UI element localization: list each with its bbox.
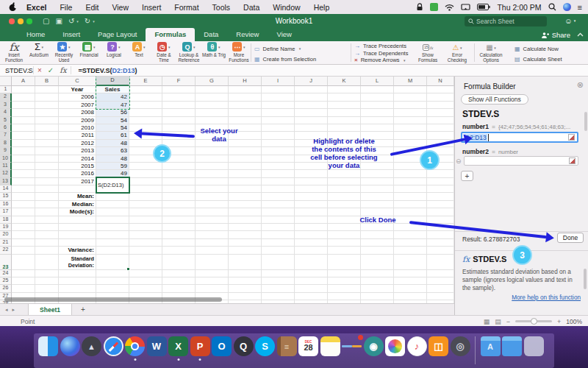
cell-L6[interactable] (361, 124, 394, 132)
cell-K22[interactable] (328, 247, 361, 254)
cell-A2[interactable] (12, 93, 35, 101)
cell-H9[interactable] (229, 147, 262, 155)
cell-J2[interactable] (295, 93, 328, 101)
cell-D11[interactable]: 59 (96, 163, 129, 170)
panel-scrollbar[interactable] (584, 112, 587, 131)
cell-J15[interactable] (295, 193, 328, 200)
cell-F19[interactable] (162, 224, 196, 231)
cell-C26[interactable] (59, 285, 96, 292)
active-cell-D23[interactable]: S(D2:D13) (96, 177, 130, 194)
cell-B5[interactable] (35, 117, 59, 124)
column-header-G[interactable]: G (196, 77, 229, 86)
cell-C11[interactable]: 2015 (59, 163, 96, 170)
cell-H3[interactable] (229, 102, 262, 109)
cell-F20[interactable] (162, 231, 196, 238)
cell-H16[interactable] (229, 201, 262, 208)
cell-I24[interactable] (262, 270, 295, 277)
row-header-13[interactable]: 13 (0, 178, 12, 185)
row-header-7[interactable]: 7 (0, 132, 12, 139)
zoom-out-button[interactable]: − (506, 318, 510, 325)
cell-M22[interactable] (394, 247, 427, 254)
range-selector-icon[interactable] (569, 158, 576, 164)
show-all-functions-button[interactable]: Show All Functions (461, 94, 528, 105)
cell-G18[interactable] (196, 216, 229, 224)
cell-G9[interactable] (196, 147, 229, 155)
column-header-C[interactable]: C (59, 77, 96, 86)
cell-C9[interactable]: 2013 (59, 147, 96, 155)
page-layout-view-icon[interactable]: ▤ (495, 318, 501, 325)
cell-G21[interactable] (196, 239, 229, 247)
menu-item-insert[interactable]: Insert (135, 3, 168, 12)
cell-E26[interactable] (129, 285, 162, 292)
cell-D21[interactable] (96, 239, 129, 247)
ribbon-button-lookup-reference[interactable]: Q▾Lookup & Reference (176, 41, 201, 63)
dock-photos-icon[interactable] (385, 336, 405, 356)
column-header-H[interactable]: H (229, 77, 262, 86)
ribbon-button-logical[interactable]: ?▾Logical (101, 41, 126, 63)
column-header-J[interactable]: J (295, 77, 328, 86)
ribbon-button-trace-precedents[interactable]: →Trace Precedents (354, 43, 408, 50)
cell-F12[interactable] (162, 170, 196, 177)
cell-L12[interactable] (361, 170, 394, 177)
cell-E5[interactable] (129, 117, 162, 124)
share-button[interactable]: Share (541, 31, 570, 39)
menu-item-help[interactable]: Help (307, 3, 337, 12)
cell-L4[interactable] (361, 109, 394, 116)
cell-H11[interactable] (229, 163, 262, 170)
cell-L21[interactable] (361, 239, 394, 247)
cell-B12[interactable] (35, 170, 59, 177)
cell-I7[interactable] (262, 132, 295, 139)
cell-J5[interactable] (295, 117, 328, 124)
cell-A23[interactable] (12, 255, 35, 270)
cell-K16[interactable] (328, 201, 361, 208)
zoom-level[interactable]: 100% (566, 318, 582, 325)
cell-D5[interactable]: 54 (96, 117, 129, 124)
cell-C3[interactable]: 2007 (59, 102, 96, 109)
cell-F25[interactable] (162, 277, 196, 285)
dock-finder-icon[interactable] (38, 336, 58, 356)
cell-C21[interactable] (59, 239, 96, 247)
cell-E20[interactable] (129, 231, 162, 238)
cell-D15[interactable] (96, 193, 129, 200)
cell-C1[interactable]: Year (59, 86, 96, 93)
cell-J24[interactable] (295, 270, 328, 277)
cell-I1[interactable] (262, 86, 295, 93)
cell-E25[interactable] (129, 277, 162, 285)
cell-F15[interactable] (162, 193, 196, 200)
cell-H21[interactable] (229, 239, 262, 247)
cell-H22[interactable] (229, 247, 262, 254)
horizontal-scrollbar[interactable] (4, 297, 222, 302)
cell-C24[interactable] (59, 270, 96, 277)
ribbon-button-autosum[interactable]: Σ▾AutoSum (26, 41, 51, 63)
cell-D10[interactable]: 48 (96, 155, 129, 163)
cell-N19[interactable] (427, 224, 454, 231)
cell-M26[interactable] (394, 285, 427, 292)
ribbon-button-calculate-sheet[interactable]: ▤Calculate Sheet (514, 54, 562, 63)
cell-E14[interactable] (129, 185, 162, 193)
spreadsheet-grid[interactable]: ABCDEFGHIJKLMN1YearSales2200642320074742… (0, 77, 454, 303)
cell-M24[interactable] (394, 270, 427, 277)
search-sheet-field[interactable]: Search Sheet (465, 16, 547, 26)
cell-A20[interactable] (12, 231, 35, 238)
help-link[interactable]: More help on this function (512, 294, 581, 301)
cell-C10[interactable]: 2014 (59, 155, 96, 163)
cell-J12[interactable] (295, 170, 328, 177)
cell-E24[interactable] (129, 270, 162, 277)
cell-G12[interactable] (196, 170, 229, 177)
tab-insert[interactable]: Insert (54, 28, 89, 41)
notification-center-icon[interactable]: ≡ (578, 3, 582, 12)
tab-review[interactable]: Review (227, 28, 268, 41)
cell-M3[interactable] (394, 102, 427, 109)
ribbon-button-remove-arrows[interactable]: ×Remove Arrows▾ (354, 57, 408, 64)
cell-C5[interactable]: 2009 (59, 117, 96, 124)
battery-icon[interactable] (477, 4, 490, 10)
row-header-15[interactable]: 15 (0, 193, 12, 200)
cell-H20[interactable] (229, 231, 262, 238)
dock-chrome-icon[interactable] (125, 336, 145, 356)
add-argument-button[interactable]: + (461, 171, 473, 181)
cell-J19[interactable] (295, 224, 328, 231)
cell-K24[interactable] (328, 270, 361, 277)
cell-G23[interactable] (196, 255, 229, 270)
cell-B17[interactable] (35, 208, 59, 216)
cell-N17[interactable] (427, 208, 454, 216)
